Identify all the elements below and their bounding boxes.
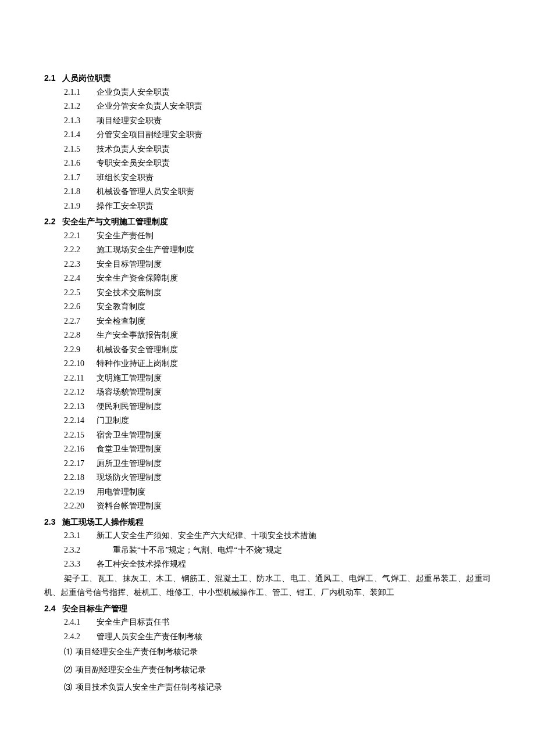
- toc-text: 食堂卫生管理制度: [97, 442, 162, 457]
- toc-item: 2.2.14门卫制度: [64, 414, 491, 428]
- toc-item: 2.3.2 重吊装“十不吊”规定；气割、电焊“十不烧”规定: [64, 543, 491, 558]
- toc-text: 安全技术交底制度: [97, 286, 162, 300]
- trade-list-paragraph: 架子工、瓦工、抹灰工、木工、钢筋工、混凝土工、防水工、电工、通风工、电焊工、气焊…: [44, 572, 491, 600]
- section-number: 2.2: [44, 214, 55, 229]
- toc-text: 分管安全项目副经理安全职责: [97, 128, 202, 142]
- toc-text: 新工人安全生产须知、安全生产六大纪律、十项安全技术措施: [97, 529, 316, 543]
- toc-number: 2.2.17: [64, 457, 92, 471]
- toc-item: 2.2.1安全生产责任制: [64, 229, 491, 243]
- toc-number: 2.2.6: [64, 300, 92, 314]
- toc-number: 2.1.3: [64, 114, 92, 128]
- toc-text: 施工现场安全生产管理制度: [97, 243, 194, 257]
- toc-subtext: 项目副经理安全生产责任制考核记录: [76, 663, 206, 678]
- toc-item: 2.2.6安全教育制度: [64, 300, 491, 314]
- toc-subitem: ⑴项目经理安全生产责任制考核记录: [64, 645, 491, 660]
- toc-text: 安全生产目标责任书: [97, 615, 170, 630]
- toc-number: 2.2.16: [64, 442, 92, 457]
- toc-item: 2.2.15宿舍卫生管理制度: [64, 428, 491, 443]
- toc-number: 2.3.2: [64, 543, 92, 558]
- toc-text: 门卫制度: [97, 414, 129, 428]
- toc-text: 管理人员安全生产责任制考核: [97, 630, 202, 644]
- toc-item: 2.4.2管理人员安全生产责任制考核: [64, 630, 491, 644]
- toc-text: 安全检查制度: [97, 314, 145, 329]
- toc-number: 2.2.15: [64, 428, 92, 443]
- toc-number: 2.4.1: [64, 615, 92, 630]
- toc-number: 2.2.11: [64, 371, 92, 386]
- toc-number: 2.1.4: [64, 128, 92, 142]
- toc-item: 2.4.1安全生产目标责任书: [64, 615, 491, 630]
- toc-number: 2.1.1: [64, 85, 92, 100]
- toc-number: 2.1.7: [64, 171, 92, 185]
- toc-item: 2.1.9操作工安全职责: [64, 199, 491, 214]
- section-title: 人员岗位职责: [62, 71, 111, 85]
- toc-item: 2.2.2施工现场安全生产管理制度: [64, 243, 491, 257]
- toc-number: 2.2.3: [64, 257, 92, 272]
- toc-item: 2.1.7班组长安全职责: [64, 171, 491, 185]
- toc-text: 宿舍卫生管理制度: [97, 428, 162, 443]
- toc-item: 2.1.5技术负责人安全职责: [64, 142, 491, 157]
- toc-item: 2.2.17厕所卫生管理制度: [64, 457, 491, 471]
- toc-number: 2.2.13: [64, 400, 92, 414]
- toc-text: 文明施工管理制度: [97, 371, 162, 386]
- toc-number: 2.1.9: [64, 199, 92, 214]
- toc-item: 2.2.10特种作业持证上岗制度: [64, 357, 491, 371]
- toc-subitem: ⑶项目技术负责人安全生产责任制考核记录: [64, 680, 491, 695]
- toc-number: 2.1.5: [64, 142, 92, 157]
- toc-number: 2.2.2: [64, 243, 92, 257]
- toc-text: 安全生产责任制: [97, 229, 154, 243]
- toc-number: 2.2.1: [64, 229, 92, 243]
- section-heading-2-1: 2.1 人员岗位职责: [44, 71, 491, 85]
- toc-text: 各工种安全技术操作规程: [97, 557, 186, 572]
- toc-text: 企业负责人安全职责: [97, 85, 170, 100]
- toc-text: 资料台帐管理制度: [97, 499, 162, 514]
- section-number: 2.1: [44, 71, 55, 85]
- toc-item: 2.2.19用电管理制度: [64, 485, 491, 500]
- toc-number: 2.2.18: [64, 471, 92, 485]
- toc-text: 企业分管安全负责人安全职责: [97, 99, 202, 114]
- toc-number: 2.2.19: [64, 485, 92, 500]
- toc-item: 2.2.20资料台帐管理制度: [64, 499, 491, 514]
- toc-text: 安全教育制度: [97, 300, 145, 314]
- toc-item: 2.2.11文明施工管理制度: [64, 371, 491, 386]
- toc-item: 2.1.1企业负责人安全职责: [64, 85, 491, 100]
- toc-text: 机械设备管理人员安全职责: [97, 185, 194, 199]
- toc-text: 便民利民管理制度: [97, 400, 162, 414]
- toc-item: 2.1.3项目经理安全职责: [64, 114, 491, 128]
- toc-text: 机械设备安全管理制度: [97, 343, 178, 357]
- toc-number: 2.3.3: [64, 557, 92, 572]
- toc-item: 2.2.7安全检查制度: [64, 314, 491, 329]
- toc-number: 2.2.9: [64, 343, 92, 357]
- document-page: 2.1 人员岗位职责 2.1.1企业负责人安全职责 2.1.2企业分管安全负责人…: [0, 0, 535, 730]
- section-heading-2-4: 2.4 安全目标生产管理: [44, 601, 491, 616]
- toc-item: 2.2.3安全目标管理制度: [64, 257, 491, 272]
- toc-text: 技术负责人安全职责: [97, 142, 170, 157]
- toc-number: 2.2.4: [64, 271, 92, 286]
- toc-subtext: 项目经理安全生产责任制考核记录: [76, 645, 198, 660]
- toc-text: 专职安全员安全职责: [97, 156, 170, 171]
- section-heading-2-2: 2.2 安全生产与文明施工管理制度: [44, 214, 491, 229]
- toc-number: 2.2.5: [64, 286, 92, 300]
- toc-text: 操作工安全职责: [97, 199, 154, 214]
- toc-text: 安全目标管理制度: [97, 257, 162, 272]
- toc-number: 2.4.2: [64, 630, 92, 644]
- toc-subtext: 项目技术负责人安全生产责任制考核记录: [76, 680, 222, 695]
- toc-subnumber: ⑴: [64, 645, 72, 660]
- toc-number: 2.2.10: [64, 357, 92, 371]
- toc-item: 2.1.2企业分管安全负责人安全职责: [64, 99, 491, 114]
- toc-number: 2.2.8: [64, 328, 92, 343]
- toc-item: 2.2.18现场防火管理制度: [64, 471, 491, 485]
- toc-item: 2.3.1新工人安全生产须知、安全生产六大纪律、十项安全技术措施: [64, 529, 491, 543]
- toc-item: 2.3.3各工种安全技术操作规程: [64, 557, 491, 572]
- toc-item: 2.1.8机械设备管理人员安全职责: [64, 185, 491, 199]
- toc-text: 安全生产资金保障制度: [97, 271, 178, 286]
- toc-item: 2.1.6专职安全员安全职责: [64, 156, 491, 171]
- toc-text: 重吊装“十不吊”规定；气割、电焊“十不烧”规定: [97, 543, 282, 558]
- toc-item: 2.2.5安全技术交底制度: [64, 286, 491, 300]
- toc-subnumber: ⑶: [64, 680, 72, 695]
- toc-text: 现场防火管理制度: [97, 471, 162, 485]
- toc-text: 场容场貌管理制度: [97, 385, 162, 400]
- toc-item: 2.1.4分管安全项目副经理安全职责: [64, 128, 491, 142]
- toc-number: 2.1.2: [64, 99, 92, 114]
- toc-number: 2.2.14: [64, 414, 92, 428]
- toc-item: 2.2.9机械设备安全管理制度: [64, 343, 491, 357]
